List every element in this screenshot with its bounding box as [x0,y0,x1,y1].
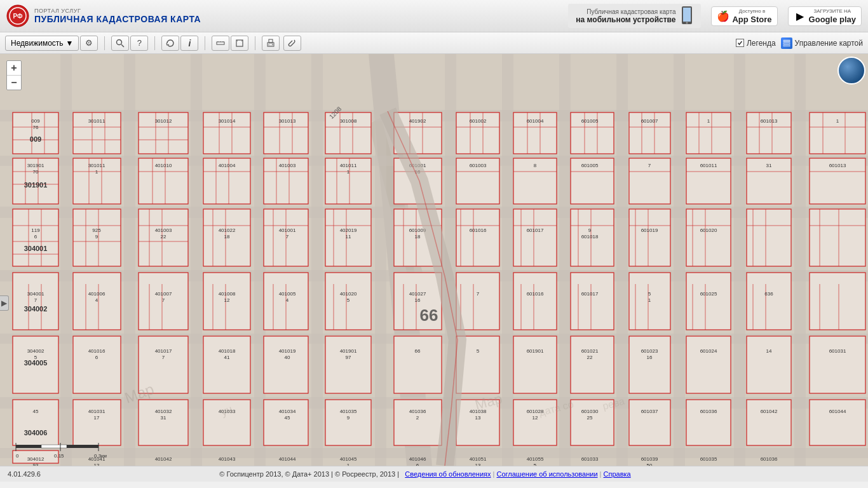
svg-rect-88 [456,209,499,266]
svg-text:1: 1 [707,118,710,124]
property-dropdown[interactable]: Недвижимость ▼ [5,36,79,51]
svg-text:5: 5 [477,348,480,354]
print-btn[interactable] [262,36,280,51]
dropdown-settings-btn[interactable]: ⚙ [80,36,98,51]
search-btn[interactable] [111,36,129,51]
svg-text:601030: 601030 [581,409,599,414]
svg-text:401046: 401046 [409,456,426,462]
agreement-link[interactable]: Соглашение об использовании [497,470,598,478]
svg-rect-66 [203,336,250,393]
svg-rect-32 [191,54,202,466]
manage-map-btn[interactable]: Управление картой [781,37,863,49]
svg-text:401008: 401008 [219,291,236,297]
phone-icon [681,6,693,25]
svg-text:401902: 401902 [409,118,426,124]
svg-rect-108 [629,336,670,393]
svg-text:401006: 401006 [88,291,105,297]
dropdown-label: Недвижимость [11,39,64,48]
area-icon [235,39,244,48]
search-icon [116,39,125,48]
map-svg: 009 76 301011 301012 301014 301013 30100… [0,54,868,466]
svg-text:601036: 601036 [700,409,717,414]
svg-text:301901: 301901 [24,181,48,189]
svg-text:009: 009 [31,118,40,124]
svg-rect-73 [264,400,308,445]
googleplay-badge[interactable]: ▶ ЗАГРУЗИТЕ НА Google play [788,6,862,26]
legend-label: Легенда [747,39,776,48]
svg-text:1: 1 [648,297,651,303]
svg-rect-109 [629,400,670,445]
svg-text:301008: 301008 [340,118,357,124]
svg-text:601024: 601024 [700,348,717,354]
svg-rect-118 [747,209,791,266]
settings-btn[interactable] [283,36,301,51]
svg-text:401017: 401017 [155,348,172,354]
map-container[interactable]: 009 76 301011 301012 301014 301013 30100… [0,54,868,466]
svg-text:2: 2 [416,415,419,421]
appstore-text: Доступно в App Store [732,8,771,24]
svg-text:601042: 601042 [761,409,778,414]
svg-text:401027: 401027 [409,291,426,297]
svg-text:40: 40 [285,355,290,360]
svg-text:6: 6 [416,463,419,466]
header-left: РФ ПОРТАЛ УСЛУГ ПУБЛИЧНАЯ КАДАСТРОВАЯ КА… [6,4,201,27]
svg-text:45: 45 [285,415,290,421]
svg-rect-102 [571,336,614,393]
svg-text:76: 76 [33,125,39,130]
svg-rect-48 [13,400,58,445]
svg-text:601037: 601037 [641,409,658,414]
svg-rect-96 [513,336,557,393]
measure-btn[interactable] [212,36,229,51]
svg-text:304006: 304006 [24,429,48,437]
info-icon: i [189,38,191,48]
svg-text:601023: 601023 [641,348,658,354]
svg-text:45: 45 [33,409,39,414]
svg-text:5: 5 [534,463,537,466]
svg-rect-30 [60,54,72,466]
svg-text:925: 925 [92,227,101,233]
svg-text:9: 9 [347,415,350,421]
help-link[interactable]: Справка [604,470,631,478]
appstore-badge[interactable]: 🍎 Доступно в App Store [711,6,777,26]
area-btn[interactable] [231,36,248,51]
help-btn[interactable]: ? [130,36,148,51]
svg-rect-41 [734,54,745,466]
nav-panel-toggle[interactable]: ▶ [0,295,9,311]
svg-text:6: 6 [34,234,37,240]
svg-text:401051: 401051 [470,456,487,462]
apple-icon: 🍎 [717,10,729,22]
svg-text:601002: 601002 [470,118,487,124]
updates-link[interactable]: Сведения об обновлениях [405,470,491,478]
svg-text:25: 25 [587,415,593,421]
svg-rect-112 [686,209,731,266]
legend-btn[interactable]: Легенда [736,39,776,48]
info-btn[interactable]: i [180,36,198,51]
svg-text:66: 66 [420,306,438,325]
measure-icon [216,39,225,48]
portal-logo: РФ [6,4,29,27]
svg-rect-37 [502,54,513,466]
svg-text:601039: 601039 [641,456,658,462]
svg-rect-20 [783,43,790,44]
svg-point-6 [117,39,122,44]
svg-text:5: 5 [648,291,651,297]
svg-text:41: 41 [224,355,230,360]
svg-text:402019: 402019 [340,227,357,233]
map-orientation-widget[interactable] [836,54,868,86]
svg-text:601017: 601017 [581,291,599,297]
svg-text:5: 5 [347,297,350,303]
zoom-in-btn[interactable]: + [7,61,21,75]
svg-text:601011: 601011 [700,163,717,168]
rotate-btn[interactable] [161,36,179,51]
svg-rect-126 [810,336,865,393]
appstore-name: App Store [732,15,771,24]
svg-text:401036: 401036 [409,409,426,414]
svg-text:601031: 601031 [829,348,846,354]
zoom-out-btn[interactable]: − [7,76,21,90]
svg-rect-120 [747,336,791,393]
svg-text:601016: 601016 [527,291,544,297]
globe-icon [837,57,865,85]
svg-text:1: 1 [95,169,98,175]
svg-text:601016: 601016 [470,227,487,233]
toolbar-separator-4 [255,36,255,50]
